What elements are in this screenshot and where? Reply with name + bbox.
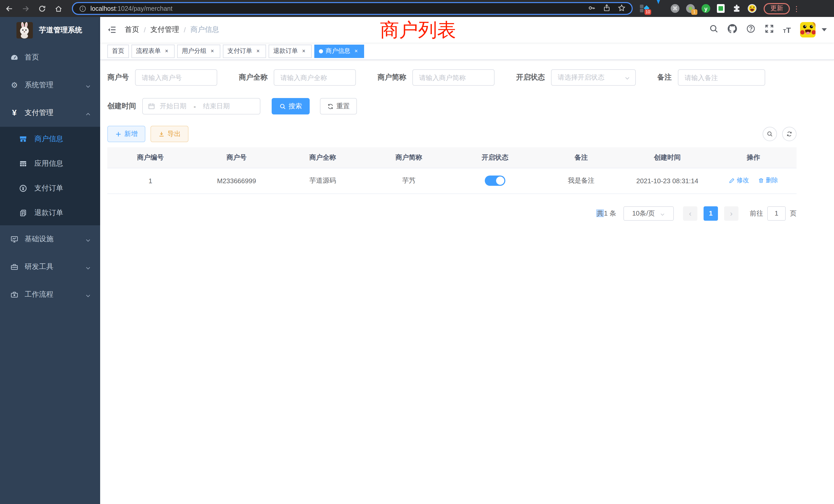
col-create-time: 创建时间: [624, 147, 710, 168]
font-size-icon[interactable]: TT: [783, 25, 791, 34]
url-bar[interactable]: localhost:1024/pay/merchant: [72, 2, 633, 15]
help-icon[interactable]: [746, 24, 755, 36]
chrome-menu-icon[interactable]: ⋮: [793, 4, 800, 13]
active-tab-dot: [319, 49, 323, 53]
delete-button[interactable]: 删除: [758, 176, 778, 185]
search-button[interactable]: 搜索: [272, 98, 310, 114]
sidebar-item-app-info[interactable]: 应用信息: [0, 152, 100, 176]
reset-button[interactable]: 重置: [320, 98, 357, 114]
merchant-no-label: 商户号: [107, 73, 129, 82]
merchant-table: 商户编号 商户号 商户全称 商户简称 开启状态 备注 创建时间 操作 1 M23…: [107, 147, 796, 194]
tab-close-icon[interactable]: ×: [301, 48, 307, 54]
create-time-label: 创建时间: [107, 101, 136, 111]
extension-recorder-icon[interactable]: 1: [686, 4, 695, 13]
tab-home[interactable]: 首页: [107, 44, 129, 58]
table-header-row: 商户编号 商户号 商户全称 商户简称 开启状态 备注 创建时间 操作: [107, 147, 796, 168]
sidebar-item-label: 首页: [25, 53, 39, 62]
tab-close-icon[interactable]: ×: [255, 48, 261, 54]
cell-full-name: 芋道源码: [280, 168, 366, 193]
sidebar-item-workflow[interactable]: 工作流程: [0, 281, 100, 308]
breadcrumb-current: 商户信息: [191, 25, 219, 35]
chrome-update-button[interactable]: 更新: [764, 3, 790, 14]
export-button[interactable]: 导出: [151, 126, 189, 142]
breadcrumb-pay[interactable]: 支付管理: [151, 25, 179, 35]
sidebar-item-merchant-info[interactable]: 商户信息: [0, 127, 100, 152]
merchant-no-input[interactable]: [135, 69, 217, 86]
password-key-icon[interactable]: [588, 4, 596, 13]
edit-button[interactable]: 修改: [729, 176, 749, 185]
sidebar-item-dev-tools[interactable]: 研发工具: [0, 253, 100, 281]
add-button[interactable]: 新增: [107, 126, 145, 142]
extension-command-icon[interactable]: ⌘: [671, 4, 679, 13]
sidebar-item-label: 应用信息: [35, 159, 63, 168]
fullscreen-icon[interactable]: [764, 24, 774, 36]
breadcrumb-home[interactable]: 首页: [125, 25, 139, 35]
sidebar-item-infrastructure[interactable]: 基础设施: [0, 225, 100, 253]
tab-close-icon[interactable]: ×: [209, 48, 216, 54]
col-merchant-id: 商户编号: [107, 147, 194, 168]
sidebar-menu: 首页 ⚙ 系统管理 ¥ 支付管理: [0, 44, 100, 308]
home-icon[interactable]: [54, 4, 63, 13]
tab-refund-order[interactable]: 退款订单×: [269, 44, 312, 58]
extension-blocks-icon[interactable]: 10: [640, 4, 649, 13]
status-toggle[interactable]: [485, 176, 505, 186]
status-select[interactable]: 请选择开启状态: [551, 69, 636, 86]
extension-yudao-icon[interactable]: y: [702, 4, 710, 13]
status-label: 开启状态: [516, 73, 545, 82]
dashboard-icon: [10, 53, 19, 62]
sidebar-item-home[interactable]: 首页: [0, 44, 100, 71]
tab-close-icon[interactable]: ×: [163, 48, 170, 54]
next-page-button[interactable]: ›: [724, 206, 739, 221]
refresh-table-button[interactable]: [782, 127, 796, 141]
reload-icon[interactable]: [38, 4, 46, 13]
sidebar-item-refund-order[interactable]: 退款订单: [0, 201, 100, 225]
avatar-caret-icon[interactable]: [822, 28, 827, 31]
main-area: 首页 / 支付管理 / 商户信息 商户列表: [100, 17, 834, 504]
bookmark-star-icon[interactable]: [618, 4, 626, 13]
grid-table-icon: [19, 160, 27, 168]
remark-input[interactable]: [678, 69, 765, 86]
github-icon[interactable]: [727, 24, 737, 36]
avatar[interactable]: [800, 22, 815, 38]
extension-kite-icon[interactable]: [655, 4, 664, 13]
monitor-chart-icon: [10, 235, 19, 243]
filter-row-2: 创建时间 开始日期 - 结束日期 搜索 重置: [107, 98, 796, 114]
goto-page-input[interactable]: [767, 206, 786, 221]
tab-user-group[interactable]: 用户分组×: [177, 44, 220, 58]
tab-pay-order[interactable]: 支付订单×: [223, 44, 266, 58]
page-size-select[interactable]: 10条/页: [623, 206, 674, 221]
extension-chart-icon[interactable]: [717, 4, 726, 13]
cell-short-name: 芋艿: [366, 168, 452, 193]
share-icon[interactable]: [603, 4, 611, 13]
page-1-button[interactable]: 1: [704, 206, 718, 221]
cell-merchant-id: 1: [107, 168, 194, 193]
sidebar-item-pay-order[interactable]: 支付订单: [0, 176, 100, 201]
page-content: 商户号 商户全称 商户简称 开启状态 请选择开启状态: [100, 60, 796, 221]
create-time-range-picker[interactable]: 开始日期 - 结束日期: [142, 98, 260, 114]
sidebar-item-system[interactable]: ⚙ 系统管理: [0, 71, 100, 99]
app-logo[interactable]: 芋道管理系统: [0, 17, 100, 44]
yen-circle-icon: [19, 184, 27, 192]
extensions-puzzle-icon[interactable]: [732, 4, 741, 13]
col-status: 开启状态: [452, 147, 538, 168]
profile-emoji-icon[interactable]: [748, 4, 756, 13]
yen-icon: ¥: [10, 109, 19, 117]
col-merchant-no: 商户号: [194, 147, 280, 168]
sidebar-collapse-icon[interactable]: [107, 25, 116, 35]
full-name-input[interactable]: [274, 69, 356, 86]
tab-merchant-info[interactable]: 商户信息×: [314, 44, 364, 58]
documents-icon: [19, 209, 27, 217]
prev-page-button[interactable]: ‹: [683, 206, 697, 221]
tab-process-form[interactable]: 流程表单×: [131, 44, 175, 58]
app-title: 芋道管理系统: [39, 26, 82, 35]
forward-icon[interactable]: [22, 4, 30, 13]
header-search-icon[interactable]: [709, 24, 718, 36]
table-row: 1 M233666999 芋道源码 芋艿 我是备注 2021-10-23 08:…: [107, 168, 796, 193]
short-name-input[interactable]: [412, 69, 495, 86]
page-annotation-title: 商户列表: [380, 18, 456, 43]
site-info-icon[interactable]: [79, 5, 86, 12]
sidebar-item-pay[interactable]: ¥ 支付管理: [0, 99, 100, 127]
tab-close-icon[interactable]: ×: [353, 48, 359, 54]
toggle-search-button[interactable]: [763, 127, 777, 141]
back-icon[interactable]: [5, 4, 13, 13]
